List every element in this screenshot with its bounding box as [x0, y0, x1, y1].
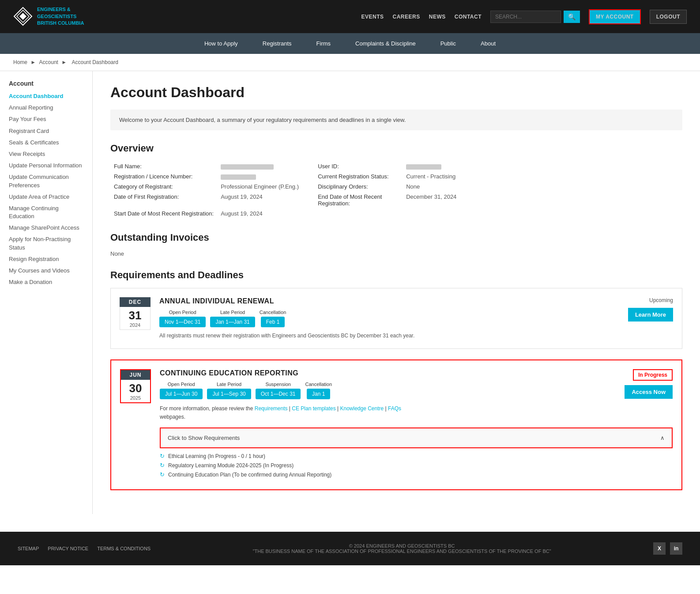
annual-day-year: 31 2024	[120, 307, 151, 330]
sidebar-item-account-dashboard[interactable]: Account Dashboard	[9, 92, 83, 100]
sidebar-item-receipts[interactable]: View Receipts	[9, 150, 83, 158]
sidebar-link-communication-prefs[interactable]: Update Communication Preferences	[9, 173, 83, 189]
learn-more-button[interactable]: Learn More	[628, 308, 673, 322]
licence-value	[217, 171, 314, 182]
logout-button[interactable]: LOGOUT	[650, 10, 687, 24]
sidebar-link-seals[interactable]: Seals & Certificates	[9, 139, 83, 147]
logo-icon	[13, 7, 33, 26]
ce-item-plan: ↻ Continuing Education Plan (To be confi…	[160, 471, 673, 478]
ce-toggle[interactable]: Click to Show Requirements ∧	[160, 428, 673, 448]
disc-orders-label: Disciplinary Orders:	[314, 182, 403, 192]
sidebar-link-registrant-card[interactable]: Registrant Card	[9, 127, 83, 135]
sidebar-item-pay-fees[interactable]: Pay Your Fees	[9, 115, 83, 123]
ce-reporting-title: CONTINUING EDUCATION REPORTING	[160, 369, 673, 377]
start-recent-label: Start Date of Most Recent Registration:	[110, 208, 217, 219]
sidebar-item-courses[interactable]: My Courses and Videos	[9, 267, 83, 275]
ce-item-regulatory-text: Regulatory Learning Module 2024-2025 (In…	[168, 462, 294, 469]
sidebar-link-area-of-practice[interactable]: Update Area of Practice	[9, 193, 83, 201]
annual-cancel-btn: Feb 1	[261, 317, 285, 327]
sidebar-item-ce[interactable]: Manage Continuing Education	[9, 204, 83, 220]
sidebar-item-non-practising[interactable]: Apply for Non-Practising Status	[9, 235, 83, 251]
nav-news-link[interactable]: NEWS	[429, 14, 446, 20]
nav-complaints[interactable]: Complaints & Discipline	[343, 33, 428, 54]
ce-open-btn: Jul 1—Jun 30	[160, 389, 203, 399]
search-input[interactable]	[490, 11, 561, 23]
ce-faqs-link[interactable]: FAQs	[388, 405, 401, 412]
end-date-value: December 31, 2024	[403, 192, 682, 208]
privacy-notice-link[interactable]: PRIVACY NOTICE	[48, 546, 88, 551]
footer: SITEMAP PRIVACY NOTICE TERMS & CONDITION…	[0, 532, 700, 565]
annual-open-btn: Nov 1—Dec 31	[159, 317, 206, 327]
sidebar-item-annual-reporting[interactable]: Annual Reporting	[9, 104, 83, 112]
reg-status-value: Current - Practising	[403, 171, 682, 182]
refresh-icon-3: ↻	[160, 471, 165, 478]
sidebar-item-sharepoint[interactable]: Manage SharePoint Access	[9, 224, 83, 232]
search-button[interactable]: 🔍	[564, 11, 580, 23]
secondary-navigation: How to Apply Registrants Firms Complaint…	[0, 33, 700, 54]
svg-marker-2	[19, 13, 26, 20]
access-now-button[interactable]: Access Now	[625, 385, 673, 399]
nav-registrants[interactable]: Registrants	[250, 33, 304, 54]
nav-contact-link[interactable]: CONTACT	[455, 14, 482, 20]
overview-title: Overview	[110, 143, 682, 154]
sidebar-link-resign[interactable]: Resign Registration	[9, 255, 83, 263]
my-account-button[interactable]: MY ACCOUNT	[589, 9, 641, 24]
breadcrumb-account[interactable]: Account	[39, 59, 58, 65]
licence-blurred	[221, 174, 256, 180]
sidebar-link-personal-info[interactable]: Update Personal Information	[9, 162, 83, 170]
sidebar-link-donation[interactable]: Make a Donation	[9, 278, 83, 286]
sidebar-link-ce[interactable]: Manage Continuing Education	[9, 204, 83, 220]
nav-careers-link[interactable]: CAREERS	[393, 14, 420, 20]
sidebar-link-courses[interactable]: My Courses and Videos	[9, 267, 83, 275]
annual-open-period: Open Period Nov 1—Dec 31	[159, 310, 206, 327]
ce-links-prefix: For more information, please review the	[160, 405, 253, 412]
sidebar-link-account-dashboard[interactable]: Account Dashboard	[9, 92, 83, 100]
sidebar-link-annual-reporting[interactable]: Annual Reporting	[9, 104, 83, 112]
sidebar-item-registrant-card[interactable]: Registrant Card	[9, 127, 83, 135]
sidebar-link-sharepoint[interactable]: Manage SharePoint Access	[9, 224, 83, 232]
start-recent-value: August 19, 2024	[217, 208, 314, 219]
sidebar-link-non-practising[interactable]: Apply for Non-Practising Status	[9, 235, 83, 251]
ce-suspension-period: Suspension Oct 1—Dec 31	[256, 382, 301, 399]
sidebar-item-donation[interactable]: Make a Donation	[9, 278, 83, 286]
footer-copyright: © 2024 ENGINEERS AND GEOSCIENTISTS BC "T…	[253, 543, 551, 554]
ce-late-label: Late Period	[217, 382, 241, 387]
breadcrumb-home[interactable]: Home	[13, 59, 27, 65]
annual-late-period: Late Period Jan 1—Jan 31	[210, 310, 255, 327]
nav-about[interactable]: About	[468, 33, 508, 54]
sidebar-item-personal-info[interactable]: Update Personal Information	[9, 162, 83, 170]
sidebar-item-communication-prefs[interactable]: Update Communication Preferences	[9, 173, 83, 189]
nav-events-link[interactable]: EVENTS	[361, 14, 384, 20]
sidebar-item-seals[interactable]: Seals & Certificates	[9, 139, 83, 147]
ce-suspension-label: Suspension	[265, 382, 291, 387]
terms-link[interactable]: TERMS & CONDITIONS	[97, 546, 151, 551]
ce-day-year: 30 2025	[120, 380, 151, 403]
ce-knowledge-centre-link[interactable]: Knowledge Centre	[340, 405, 384, 412]
logo[interactable]: ENGINEERS & GEOSCIENTISTS BRITISH COLUMB…	[13, 6, 84, 26]
linkedin-icon[interactable]: in	[670, 542, 682, 555]
ce-plan-templates-link[interactable]: CE Plan templates	[292, 405, 335, 412]
ce-periods: Open Period Jul 1—Jun 30 Late Period Jul…	[160, 382, 673, 399]
nav-how-to-apply[interactable]: How to Apply	[192, 33, 250, 54]
annual-periods: Open Period Nov 1—Dec 31 Late Period Jan…	[159, 310, 673, 327]
sidebar-item-resign[interactable]: Resign Registration	[9, 255, 83, 263]
sidebar-link-pay-fees[interactable]: Pay Your Fees	[9, 115, 83, 123]
ce-links: For more information, please review the …	[160, 405, 673, 421]
annual-description: All registrants must renew their registr…	[159, 332, 673, 340]
sidebar-item-area-of-practice[interactable]: Update Area of Practice	[9, 193, 83, 201]
annual-month: DEC	[120, 297, 151, 307]
nav-public[interactable]: Public	[428, 33, 468, 54]
sidebar-link-receipts[interactable]: View Receipts	[9, 150, 83, 158]
requirements-title: Requirements and Deadlines	[110, 269, 682, 281]
licence-label: Registration / Licence Number:	[110, 171, 217, 182]
ce-late-btn: Jul 1—Sep 30	[207, 389, 251, 399]
nav-firms[interactable]: Firms	[304, 33, 343, 54]
annual-renewal-title: ANNUAL INDIVIDUAL RENEWAL	[159, 297, 673, 305]
twitter-x-icon[interactable]: X	[653, 542, 666, 555]
ce-status-badge: In Progress	[633, 369, 673, 381]
ce-requirements-link[interactable]: Requirements	[255, 405, 288, 412]
annual-cancel-label: Cancellation	[260, 310, 286, 315]
main-content: Account Dashboard Welcome to your Accoun…	[93, 71, 700, 514]
sitemap-link[interactable]: SITEMAP	[18, 546, 39, 551]
end-date-label: End Date of Most Recent Registration:	[314, 192, 403, 208]
